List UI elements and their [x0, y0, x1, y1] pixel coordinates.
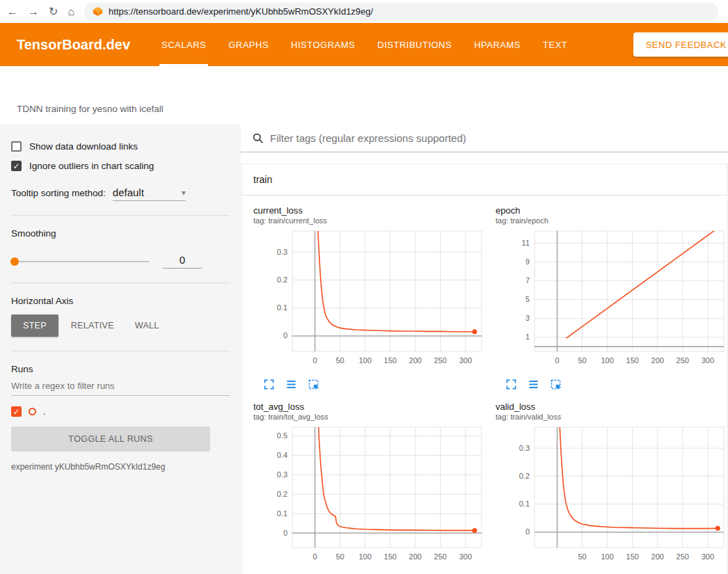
url-text[interactable]: https://tensorboard.dev/experiment/yKUbh…: [109, 6, 373, 17]
tag-filter-input[interactable]: [270, 132, 717, 144]
tag-group-header[interactable]: train: [242, 164, 727, 196]
address-bar[interactable]: https://tensorboard.dev/experiment/yKUbh…: [84, 3, 718, 21]
svg-text:250: 250: [434, 552, 447, 561]
svg-text:100: 100: [358, 552, 371, 561]
fit-domain-icon[interactable]: [550, 378, 562, 390]
svg-text:0: 0: [555, 356, 559, 365]
chart-tag: tag: train/tot_avg_loss: [253, 413, 490, 421]
svg-text:300: 300: [459, 552, 472, 561]
svg-text:0.3: 0.3: [519, 444, 530, 452]
forward-icon[interactable]: →: [28, 6, 39, 17]
reload-icon[interactable]: ↻: [49, 6, 58, 17]
chart-card-current-loss: current_loss tag: train/current_loss 050…: [253, 205, 490, 397]
ignore-outliers-checkbox[interactable]: ✓: [11, 161, 22, 171]
charts-grid: current_loss tag: train/current_loss 050…: [242, 196, 727, 574]
svg-text:5: 5: [525, 295, 530, 303]
svg-text:100: 100: [358, 356, 371, 365]
tag-group-card: train current_loss tag: train/current_lo…: [242, 164, 727, 574]
svg-text:150: 150: [384, 552, 397, 561]
tensorboard-favicon: [93, 6, 103, 17]
chart-toolbar: [496, 570, 728, 574]
tooltip-sorting-dropdown[interactable]: default ▾: [113, 186, 186, 201]
fit-domain-icon[interactable]: [308, 378, 319, 390]
experiment-title-band: TDNN training for yesno with icefall: [0, 66, 728, 125]
tab-text[interactable]: TEXT: [541, 23, 569, 66]
send-feedback-button[interactable]: SEND FEEDBACK: [633, 33, 728, 57]
svg-text:150: 150: [626, 356, 639, 365]
chart-card-valid-loss: valid_loss tag: train/valid_loss 5010015…: [496, 401, 728, 574]
svg-text:100: 100: [601, 356, 613, 365]
svg-text:200: 200: [651, 356, 664, 365]
svg-text:100: 100: [601, 552, 613, 561]
tab-scalars[interactable]: SCALARS: [159, 23, 208, 66]
settings-sidebar: Show data download links ✓ Ignore outlie…: [0, 125, 241, 574]
runs-filter-input[interactable]: [11, 374, 230, 396]
svg-text:300: 300: [459, 356, 472, 365]
runs-selector-icon[interactable]: [528, 378, 539, 390]
nav-tabs: SCALARS GRAPHS HISTOGRAMS DISTRIBUTIONS …: [159, 23, 569, 66]
experiment-id-caption: experiment yKUbhb5wRmOSXYkId1z9eg: [11, 462, 230, 472]
svg-text:0: 0: [312, 552, 317, 561]
tab-histograms[interactable]: HISTOGRAMS: [289, 23, 357, 66]
svg-text:300: 300: [702, 552, 714, 561]
slider-knob[interactable]: [10, 257, 19, 266]
axis-wall-button[interactable]: WALL: [127, 314, 168, 337]
app-header: TensorBoard.dev SCALARS GRAPHS HISTOGRAM…: [0, 23, 728, 66]
svg-text:50: 50: [335, 356, 344, 365]
home-icon[interactable]: ⌂: [68, 6, 74, 17]
expand-chart-icon[interactable]: [263, 378, 275, 390]
svg-text:0.3: 0.3: [277, 248, 287, 256]
chart-toolbar: [496, 374, 728, 397]
svg-text:200: 200: [651, 552, 664, 561]
svg-text:300: 300: [702, 356, 714, 365]
line-chart-valid-loss[interactable]: 5010015020025030000.10.20.3: [496, 424, 728, 567]
svg-text:150: 150: [384, 356, 397, 365]
chart-title: epoch: [496, 205, 728, 216]
svg-text:3: 3: [525, 314, 530, 322]
line-chart-epoch[interactable]: 0501001502002503001357911: [496, 228, 728, 371]
svg-text:7: 7: [525, 276, 530, 285]
svg-text:250: 250: [676, 552, 689, 561]
svg-text:0: 0: [283, 529, 287, 537]
runs-label: Runs: [11, 364, 230, 374]
tab-distributions[interactable]: DISTRIBUTIONS: [375, 23, 454, 66]
svg-text:0.3: 0.3: [277, 470, 287, 479]
line-chart-tot-avg-loss[interactable]: 05010015020025030000.10.20.30.40.5: [253, 424, 486, 567]
axis-step-button[interactable]: STEP: [11, 314, 58, 337]
svg-text:0: 0: [283, 331, 287, 340]
sidebar-divider: [11, 215, 230, 216]
show-download-links-label: Show data download links: [29, 141, 138, 152]
run-checkbox[interactable]: ✓: [11, 406, 22, 417]
svg-text:50: 50: [578, 356, 586, 365]
chart-tag: tag: train/current_loss: [253, 216, 490, 225]
toggle-all-runs-button[interactable]: TOGGLE ALL RUNS: [11, 426, 210, 452]
tab-hparams[interactable]: HPARAMS: [472, 23, 523, 66]
run-name: .: [43, 407, 45, 417]
svg-text:0: 0: [525, 527, 530, 536]
run-color-swatch: [29, 408, 36, 415]
svg-text:0.2: 0.2: [519, 472, 530, 480]
axis-relative-button[interactable]: RELATIVE: [63, 314, 122, 337]
svg-text:0.2: 0.2: [277, 490, 287, 498]
run-row[interactable]: ✓ .: [11, 406, 230, 417]
tag-filter-row: [241, 125, 728, 152]
show-download-links-checkbox[interactable]: [11, 141, 22, 152]
chevron-down-icon: ▾: [182, 188, 186, 198]
tab-graphs[interactable]: GRAPHS: [226, 23, 271, 66]
smoothing-slider[interactable]: [11, 257, 149, 266]
svg-text:150: 150: [626, 552, 639, 561]
back-icon[interactable]: ←: [7, 6, 18, 17]
svg-text:9: 9: [525, 257, 530, 266]
line-chart-current-loss[interactable]: 05010015020025030000.10.20.3: [253, 228, 486, 371]
horizontal-axis-label: Horizontal Axis: [11, 296, 230, 306]
brand-logo[interactable]: TensorBoard.dev: [17, 37, 130, 53]
chart-title: current_loss: [253, 205, 490, 216]
browser-chrome: ← → ↻ ⌂ https://tensorboard.dev/experime…: [0, 0, 728, 23]
svg-text:11: 11: [522, 239, 530, 247]
runs-selector-icon[interactable]: [285, 378, 297, 390]
svg-text:250: 250: [434, 356, 447, 365]
smoothing-value[interactable]: 0: [163, 254, 202, 269]
svg-text:250: 250: [676, 356, 689, 365]
expand-chart-icon[interactable]: [505, 378, 517, 390]
sidebar-divider: [11, 351, 230, 351]
